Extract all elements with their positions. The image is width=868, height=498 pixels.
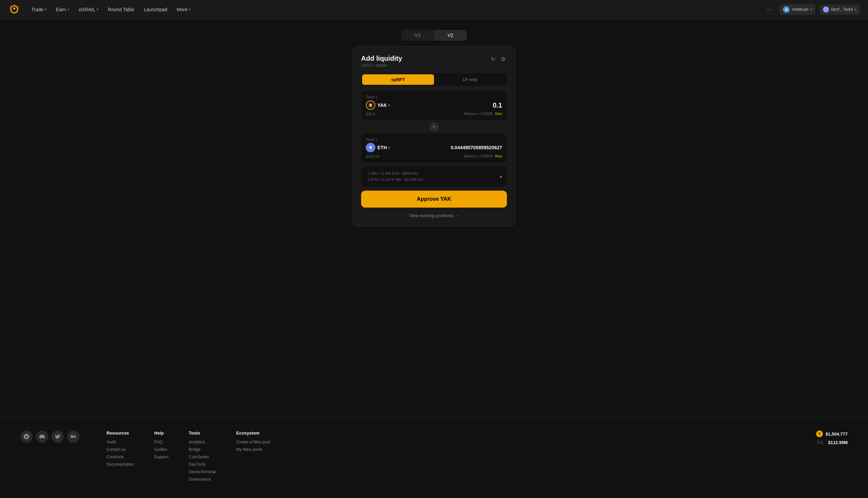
card-subtitle: UniV2 / Stable (361, 63, 402, 68)
main-content: V3 V2 Add liquidity UniV2 / Stable ↻ ⚙ s… (0, 19, 868, 417)
tab-spnft[interactable]: spNFT (362, 74, 434, 85)
token1-chevron: ▾ (388, 104, 390, 107)
price-rates: 1 YAK = 0.445 ETH ($968.86) 1 ETH = 2.24… (366, 171, 423, 183)
bridge-link[interactable]: Bridge (189, 447, 216, 452)
card-header: Add liquidity UniV2 / Stable ↻ ⚙ (361, 55, 507, 68)
guides-link[interactable]: Guides (154, 447, 169, 452)
version-tabs: V3 V2 (401, 30, 467, 41)
token1-row: YAK ▾ (366, 101, 502, 110)
network-selector[interactable]: A Arbitrum ▾ (779, 4, 815, 15)
card-title-section: Add liquidity UniV2 / Stable (361, 55, 402, 68)
xgrail-chevron: ▾ (97, 8, 98, 11)
price-stat-row: Y $1,504.777 (816, 431, 847, 437)
nav-dots-button[interactable]: ⋯ (764, 4, 775, 15)
settings-button[interactable]: ⚙ (499, 55, 507, 64)
create-nitro-link[interactable]: Create a Nitro pool (236, 440, 270, 444)
version-tab-v3[interactable]: V3 (401, 30, 434, 41)
trade-chevron: ▾ (45, 8, 46, 11)
tools-heading: Tools (189, 431, 216, 436)
token2-balance: Balance: 0.06604 Max (464, 154, 502, 158)
help-heading: Help (154, 431, 169, 436)
token2-bottom: $100.09 Balance: 0.06604 Max (366, 154, 502, 158)
price-value: $1,504.777 (826, 432, 847, 436)
geckoterminal-link[interactable]: GeckoTerminal (189, 470, 216, 474)
nav-earn[interactable]: Earn ▾ (52, 5, 73, 14)
tools-col: Tools Analytics Bridge CoinGecko DexTool… (189, 431, 216, 484)
token1-input-area (434, 102, 502, 109)
card-actions: ↻ ⚙ (490, 55, 507, 64)
footer-inner: Resources Audit Contact us Contracts Doc… (21, 431, 847, 484)
resources-col: Resources Audit Contact us Contracts Doc… (106, 431, 134, 484)
token1-balance: Balance: 0.10288 Max (464, 112, 502, 116)
telegram-icon[interactable] (21, 431, 32, 443)
resources-heading: Resources (106, 431, 134, 436)
wallet-chevron: ▾ (855, 8, 856, 11)
footer-stats: Y $1,504.777 TVL $112.99M (816, 431, 847, 445)
nav-links: Trade ▾ Earn ▾ xGRAIL ▾ Round Table Laun… (27, 5, 195, 14)
token2-usd: $100.09 (366, 154, 379, 158)
rate2: 1 ETH = 2.2474 YAK ($2,249.53) (366, 177, 423, 183)
navbar: Trade ▾ Earn ▾ xGRAIL ▾ Round Table Laun… (0, 0, 868, 19)
faq-link[interactable]: FAQ (154, 440, 169, 444)
governance-link[interactable]: Governance (189, 477, 216, 482)
ecosystem-col: Ecosystem Create a Nitro pool My Nitro p… (236, 431, 270, 484)
nav-roundtable[interactable]: Round Table (104, 5, 138, 14)
tvl-label: TVL (816, 440, 824, 445)
audit-link[interactable]: Audit (106, 440, 134, 444)
help-col: Help FAQ Guides Support (154, 431, 169, 484)
plus-button[interactable]: + (429, 122, 439, 132)
nav-trade[interactable]: Trade ▾ (27, 5, 51, 14)
price-info-toggle[interactable]: ▾ (500, 174, 502, 180)
footer-socials (21, 431, 79, 443)
discord-icon[interactable] (36, 431, 48, 443)
token2-amount-input[interactable] (434, 145, 502, 150)
token1-selector[interactable]: YAK ▾ (366, 101, 390, 110)
nav-more[interactable]: More ▾ (173, 5, 195, 14)
nav-left: Trade ▾ Earn ▾ xGRAIL ▾ Round Table Laun… (8, 3, 195, 16)
plus-divider: + (361, 122, 507, 132)
my-nitro-link[interactable]: My Nitro pools (236, 447, 270, 452)
token2-selector[interactable]: ETH ▾ (366, 143, 390, 152)
tvl-value: $112.99M (828, 440, 847, 445)
token2-max-button[interactable]: Max (495, 154, 502, 158)
version-tab-v2[interactable]: V2 (434, 30, 467, 41)
token2-section: Token 2 ETH ▾ (361, 134, 507, 162)
tab-lponly[interactable]: LP only (434, 74, 506, 85)
wallet-button[interactable]: 0xcf...7e43 ▾ (819, 4, 860, 15)
token1-bottom: $95.9 Balance: 0.10288 Max (366, 111, 502, 116)
support-link[interactable]: Support (154, 455, 169, 459)
twitter-icon[interactable] (52, 431, 64, 443)
nav-right: ⋯ A Arbitrum ▾ 0xcf...7e43 ▾ (764, 4, 860, 15)
documentation-link[interactable]: Documentation (106, 462, 134, 467)
token1-label: Token 1 (366, 95, 502, 99)
network-chevron: ▾ (810, 8, 812, 11)
liquidity-card: Add liquidity UniV2 / Stable ↻ ⚙ spNFT L… (352, 46, 516, 227)
token1-max-button[interactable]: Max (495, 112, 502, 116)
token2-input-area (434, 145, 502, 150)
contact-link[interactable]: Contact us (106, 447, 134, 452)
analytics-link[interactable]: Analytics (189, 440, 216, 444)
earn-chevron: ▾ (67, 8, 69, 11)
view-positions-link[interactable]: View existing positions → (361, 213, 507, 218)
token1-section: Token 1 YAK ▾ (361, 91, 507, 120)
price-info[interactable]: 1 YAK = 0.445 ETH ($968.86) 1 ETH = 2.24… (361, 167, 507, 187)
nav-xgrail[interactable]: xGRAIL ▾ (75, 5, 103, 14)
token2-chevron: ▾ (388, 146, 390, 149)
approve-yak-button[interactable]: Approve YAK (361, 191, 507, 208)
contracts-link[interactable]: Contracts (106, 455, 134, 459)
coin-icon: Y (816, 431, 823, 437)
tvl-stat-row: TVL $112.99M (816, 440, 847, 445)
yak-icon (366, 101, 375, 110)
token1-name: YAK ▾ (377, 103, 390, 108)
footer-cols: Resources Audit Contact us Contracts Doc… (106, 431, 789, 484)
dextools-link[interactable]: DexTools (189, 462, 216, 467)
token2-row: ETH ▾ (366, 143, 502, 152)
medium-icon[interactable] (67, 431, 79, 443)
refresh-button[interactable]: ↻ (490, 55, 497, 64)
token1-amount-input[interactable] (434, 102, 502, 109)
ecosystem-heading: Ecosystem (236, 431, 270, 436)
logo-icon[interactable] (8, 3, 21, 16)
coingecko-link[interactable]: CoinGecko (189, 455, 216, 459)
rate1: 1 YAK = 0.445 ETH ($968.86) (366, 171, 423, 177)
nav-launchpad[interactable]: Launchpad (140, 5, 171, 14)
